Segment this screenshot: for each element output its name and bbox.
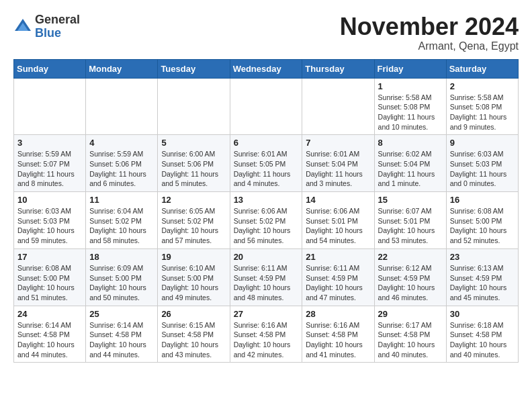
- calendar-cell: 6Sunrise: 6:01 AM Sunset: 5:05 PM Daylig…: [230, 135, 302, 192]
- weekday-header: Monday: [86, 59, 158, 78]
- calendar-cell: 17Sunrise: 6:08 AM Sunset: 5:00 PM Dayli…: [14, 248, 86, 306]
- day-info: Sunrise: 6:08 AM Sunset: 5:00 PM Dayligh…: [450, 206, 515, 246]
- day-info: Sunrise: 6:18 AM Sunset: 4:58 PM Dayligh…: [450, 320, 515, 360]
- calendar-cell: 7Sunrise: 6:01 AM Sunset: 5:04 PM Daylig…: [302, 135, 374, 192]
- day-number: 1: [378, 81, 443, 91]
- day-number: 21: [306, 252, 370, 262]
- day-info: Sunrise: 6:12 AM Sunset: 4:59 PM Dayligh…: [378, 263, 443, 303]
- calendar-cell: 13Sunrise: 6:06 AM Sunset: 5:02 PM Dayli…: [230, 192, 302, 249]
- location: Armant, Qena, Egypt: [340, 40, 519, 52]
- day-number: 4: [89, 138, 154, 148]
- calendar-cell: 24Sunrise: 6:14 AM Sunset: 4:58 PM Dayli…: [14, 306, 86, 363]
- calendar-cell: 11Sunrise: 6:04 AM Sunset: 5:02 PM Dayli…: [86, 192, 158, 249]
- calendar-cell: [230, 78, 302, 135]
- day-number: 16: [450, 195, 515, 205]
- day-number: 23: [450, 252, 515, 262]
- day-info: Sunrise: 6:14 AM Sunset: 4:58 PM Dayligh…: [89, 320, 154, 360]
- logo-blue: Blue: [35, 26, 61, 40]
- day-info: Sunrise: 5:59 AM Sunset: 5:06 PM Dayligh…: [89, 149, 154, 189]
- calendar-cell: 5Sunrise: 6:00 AM Sunset: 5:06 PM Daylig…: [158, 135, 230, 192]
- day-info: Sunrise: 6:16 AM Sunset: 4:58 PM Dayligh…: [306, 320, 370, 360]
- weekday-header: Wednesday: [230, 59, 302, 78]
- calendar-table: SundayMondayTuesdayWednesdayThursdayFrid…: [13, 59, 519, 363]
- day-info: Sunrise: 6:03 AM Sunset: 5:03 PM Dayligh…: [450, 149, 515, 189]
- logo-general: General: [35, 13, 80, 26]
- weekday-header: Thursday: [302, 59, 374, 78]
- day-info: Sunrise: 6:16 AM Sunset: 4:58 PM Dayligh…: [234, 320, 299, 360]
- calendar-week-row: 1Sunrise: 5:58 AM Sunset: 5:08 PM Daylig…: [14, 78, 519, 135]
- weekday-header: Saturday: [446, 59, 518, 78]
- weekday-header: Tuesday: [158, 59, 230, 78]
- day-number: 20: [234, 252, 299, 262]
- calendar-cell: 25Sunrise: 6:14 AM Sunset: 4:58 PM Dayli…: [86, 306, 158, 363]
- logo-text: General Blue: [35, 13, 80, 40]
- day-number: 6: [234, 138, 299, 148]
- day-info: Sunrise: 6:10 AM Sunset: 5:00 PM Dayligh…: [161, 263, 226, 303]
- day-info: Sunrise: 6:11 AM Sunset: 4:59 PM Dayligh…: [306, 263, 370, 303]
- day-info: Sunrise: 6:06 AM Sunset: 5:02 PM Dayligh…: [234, 206, 299, 246]
- calendar-cell: 8Sunrise: 6:02 AM Sunset: 5:04 PM Daylig…: [374, 135, 446, 192]
- day-info: Sunrise: 6:14 AM Sunset: 4:58 PM Dayligh…: [17, 320, 82, 360]
- day-number: 15: [378, 195, 443, 205]
- calendar-cell: 22Sunrise: 6:12 AM Sunset: 4:59 PM Dayli…: [374, 248, 446, 306]
- day-info: Sunrise: 6:01 AM Sunset: 5:05 PM Dayligh…: [234, 149, 299, 189]
- day-info: Sunrise: 6:06 AM Sunset: 5:01 PM Dayligh…: [306, 206, 370, 246]
- calendar-cell: 29Sunrise: 6:17 AM Sunset: 4:58 PM Dayli…: [374, 306, 446, 363]
- day-number: 19: [161, 252, 226, 262]
- calendar-week-row: 17Sunrise: 6:08 AM Sunset: 5:00 PM Dayli…: [14, 248, 519, 306]
- calendar-week-row: 3Sunrise: 5:59 AM Sunset: 5:07 PM Daylig…: [14, 135, 519, 192]
- calendar-cell: [158, 78, 230, 135]
- calendar-week-row: 24Sunrise: 6:14 AM Sunset: 4:58 PM Dayli…: [14, 306, 519, 363]
- day-number: 17: [17, 252, 82, 262]
- logo: General Blue: [13, 13, 80, 40]
- day-number: 8: [378, 138, 443, 148]
- calendar-cell: 19Sunrise: 6:10 AM Sunset: 5:00 PM Dayli…: [158, 248, 230, 306]
- day-number: 3: [17, 138, 82, 148]
- day-number: 30: [450, 309, 515, 319]
- day-number: 10: [17, 195, 82, 205]
- calendar-cell: 27Sunrise: 6:16 AM Sunset: 4:58 PM Dayli…: [230, 306, 302, 363]
- weekday-header: Friday: [374, 59, 446, 78]
- day-info: Sunrise: 6:17 AM Sunset: 4:58 PM Dayligh…: [378, 320, 443, 360]
- calendar-cell: 14Sunrise: 6:06 AM Sunset: 5:01 PM Dayli…: [302, 192, 374, 249]
- day-info: Sunrise: 6:02 AM Sunset: 5:04 PM Dayligh…: [378, 149, 443, 189]
- calendar-cell: 2Sunrise: 5:58 AM Sunset: 5:08 PM Daylig…: [446, 78, 518, 135]
- day-info: Sunrise: 6:09 AM Sunset: 5:00 PM Dayligh…: [89, 263, 154, 303]
- calendar-week-row: 10Sunrise: 6:03 AM Sunset: 5:03 PM Dayli…: [14, 192, 519, 249]
- calendar-cell: 26Sunrise: 6:15 AM Sunset: 4:58 PM Dayli…: [158, 306, 230, 363]
- weekday-header: Sunday: [14, 59, 86, 78]
- day-info: Sunrise: 5:58 AM Sunset: 5:08 PM Dayligh…: [450, 93, 515, 132]
- day-info: Sunrise: 6:00 AM Sunset: 5:06 PM Dayligh…: [161, 149, 226, 189]
- day-info: Sunrise: 6:08 AM Sunset: 5:00 PM Dayligh…: [17, 263, 82, 303]
- day-number: 14: [306, 195, 370, 205]
- calendar-cell: 30Sunrise: 6:18 AM Sunset: 4:58 PM Dayli…: [446, 306, 518, 363]
- day-number: 27: [234, 309, 299, 319]
- calendar-cell: 3Sunrise: 5:59 AM Sunset: 5:07 PM Daylig…: [14, 135, 86, 192]
- day-info: Sunrise: 6:03 AM Sunset: 5:03 PM Dayligh…: [17, 206, 82, 246]
- calendar-cell: 21Sunrise: 6:11 AM Sunset: 4:59 PM Dayli…: [302, 248, 374, 306]
- day-info: Sunrise: 6:11 AM Sunset: 4:59 PM Dayligh…: [234, 263, 299, 303]
- day-number: 13: [234, 195, 299, 205]
- day-number: 2: [450, 81, 515, 91]
- calendar-cell: [302, 78, 374, 135]
- day-number: 26: [161, 309, 226, 319]
- day-number: 12: [161, 195, 226, 205]
- calendar-cell: 15Sunrise: 6:07 AM Sunset: 5:01 PM Dayli…: [374, 192, 446, 249]
- calendar-cell: [14, 78, 86, 135]
- weekday-header-row: SundayMondayTuesdayWednesdayThursdayFrid…: [14, 59, 519, 78]
- day-number: 25: [89, 309, 154, 319]
- day-info: Sunrise: 5:58 AM Sunset: 5:08 PM Dayligh…: [378, 93, 443, 132]
- page-header: General Blue November 2024 Armant, Qena,…: [13, 13, 519, 52]
- day-number: 7: [306, 138, 370, 148]
- day-info: Sunrise: 6:13 AM Sunset: 4:59 PM Dayligh…: [450, 263, 515, 303]
- day-number: 5: [161, 138, 226, 148]
- day-number: 18: [89, 252, 154, 262]
- day-number: 22: [378, 252, 443, 262]
- logo-icon: [13, 17, 32, 36]
- calendar-cell: 10Sunrise: 6:03 AM Sunset: 5:03 PM Dayli…: [14, 192, 86, 249]
- day-number: 11: [89, 195, 154, 205]
- calendar-cell: 23Sunrise: 6:13 AM Sunset: 4:59 PM Dayli…: [446, 248, 518, 306]
- calendar-cell: 12Sunrise: 6:05 AM Sunset: 5:02 PM Dayli…: [158, 192, 230, 249]
- calendar-cell: 18Sunrise: 6:09 AM Sunset: 5:00 PM Dayli…: [86, 248, 158, 306]
- day-number: 29: [378, 309, 443, 319]
